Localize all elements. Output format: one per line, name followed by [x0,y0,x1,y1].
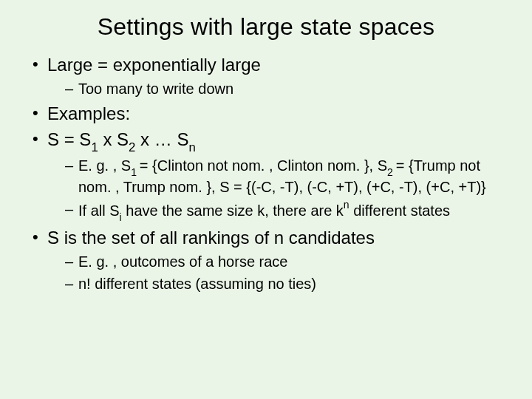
sub-text: Too many to write down [78,81,233,97]
sub-text: n! different states (assuming no ties) [78,276,316,292]
sub-list: E. g. , outcomes of a horse race n! diff… [47,253,499,293]
slide-title: Settings with large state spaces [0,13,532,41]
sub-item: n! different states (assuming no ties) [65,275,499,294]
sub-text: E. g. , outcomes of a horse race [78,253,287,270]
bullet-item: S = S1 x S2 x … Sn E. g. , S1 = {Clinton… [33,129,499,222]
subscript: i [120,211,122,223]
sub-item: E. g. , outcomes of a horse race [65,253,499,272]
sub-text: If all S [78,202,120,218]
bullet-text: Large = exponentially large [47,55,261,75]
sub-text: different states [349,202,450,218]
subscript: 2 [129,140,135,154]
sub-item: If all Si have the same size k, there ar… [65,200,499,223]
sub-text: = {Clinton not nom. , Clinton nom. }, S [140,157,387,174]
superscript: n [344,199,349,211]
bullet-text: S is the set of all rankings of n candid… [47,228,375,248]
bullet-item: Large = exponentially large Too many to … [33,54,499,98]
bullet-text: Examples: [47,103,130,123]
bullet-text: x S [98,129,129,149]
bullet-text: S = S [47,129,91,149]
sub-list: E. g. , S1 = {Clinton not nom. , Clinton… [47,157,499,222]
subscript: 2 [387,166,396,178]
slide: Settings with large state spaces Large =… [0,0,532,399]
subscript: 1 [91,140,98,154]
sub-list: Too many to write down [47,80,499,99]
sub-item: E. g. , S1 = {Clinton not nom. , Clinton… [65,157,499,197]
sub-item: Too many to write down [65,80,499,99]
bullet-list: Large = exponentially large Too many to … [0,54,532,293]
subscript: n [188,140,195,154]
bullet-item: S is the set of all rankings of n candid… [33,227,499,293]
bullet-text: x … S [135,129,188,149]
subscript: 1 [131,166,140,178]
sub-text: E. g. , S [78,157,131,174]
sub-text: have the same size k, there are k [122,202,344,218]
bullet-item: Examples: [33,103,499,126]
